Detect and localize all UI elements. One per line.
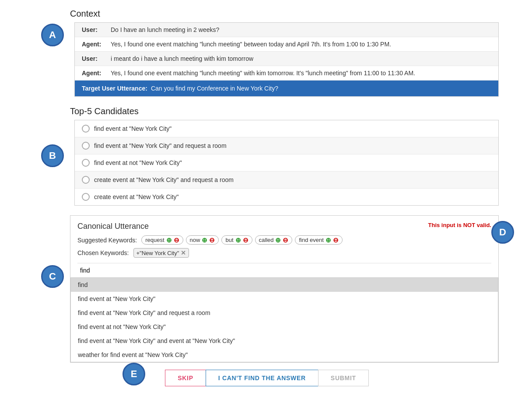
keyword-minus-request[interactable]: ⊖ xyxy=(174,237,179,243)
target-utterance-text: Can you find my Conference in New York C… xyxy=(151,85,278,92)
label-a: A xyxy=(41,24,64,46)
suggested-keywords-label: Suggested Keywords: xyxy=(77,237,137,244)
radio-3[interactable] xyxy=(82,159,90,167)
keyword-minus-find-event[interactable]: ⊖ xyxy=(333,237,339,243)
candidates-box: find event at "New York City" find event… xyxy=(74,120,499,206)
context-text-agent1: Yes, I found one event matching "lunch m… xyxy=(111,41,391,48)
keyword-word-called: called xyxy=(259,237,274,243)
radio-1[interactable] xyxy=(82,125,90,133)
suggested-keywords-row: Suggested Keywords: request ⊕ ⊖ now ⊕ ⊖ … xyxy=(77,235,491,245)
keyword-word-now: now xyxy=(190,237,200,243)
keyword-plus-request[interactable]: ⊕ xyxy=(166,237,172,243)
context-role-user1: User: xyxy=(82,26,108,33)
chosen-chip-nyc: +"New York City" ✕ xyxy=(133,248,189,258)
context-text-agent2: Yes, I found one event matching "lunch m… xyxy=(111,70,415,77)
skip-button[interactable]: SKIP xyxy=(165,370,205,386)
chosen-chip-remove-nyc[interactable]: ✕ xyxy=(181,249,186,256)
context-row: User: Do I have an lunch meeting in 2 we… xyxy=(75,23,498,37)
canonical-dropdown: find find event at "New York City" find … xyxy=(70,277,498,362)
submit-button[interactable]: SUBMIT xyxy=(318,370,369,386)
radio-2[interactable] xyxy=(82,142,90,150)
candidate-row-1[interactable]: find event at "New York City" xyxy=(75,120,498,137)
radio-5[interactable] xyxy=(82,193,90,201)
context-section: Context User: Do I have an lunch meeting… xyxy=(70,9,499,97)
dropdown-item-6[interactable]: weather for find event at "New York City… xyxy=(71,348,498,362)
dropdown-item-1[interactable]: find xyxy=(71,278,498,292)
dropdown-item-3[interactable]: find event at "New York City" and reques… xyxy=(71,306,498,320)
keyword-word-request: request xyxy=(145,237,164,243)
keyword-word-find-event: find event xyxy=(299,237,323,243)
keyword-word-but: but xyxy=(225,237,233,243)
context-box: User: Do I have an lunch meeting in 2 we… xyxy=(74,22,499,97)
target-utterance-label: Target User Utterance: xyxy=(82,85,147,92)
candidate-text-2: find event at "New York City" and reques… xyxy=(94,142,227,149)
radio-4[interactable] xyxy=(82,176,90,184)
keyword-minus-now[interactable]: ⊖ xyxy=(209,237,215,243)
context-text-user1: Do I have an lunch meeting in 2 weeks? xyxy=(111,26,219,33)
context-row: Agent: Yes, I found one event matching "… xyxy=(75,66,498,80)
keyword-plus-called[interactable]: ⊕ xyxy=(275,237,281,243)
context-row: Agent: Yes, I found one event matching "… xyxy=(75,37,498,52)
label-e: E xyxy=(122,363,145,385)
candidate-row-3[interactable]: find event at not "New York City" xyxy=(75,154,498,172)
keyword-chip-called: called ⊕ ⊖ xyxy=(255,235,293,245)
context-title: Context xyxy=(70,9,499,19)
keyword-minus-called[interactable]: ⊖ xyxy=(283,237,288,243)
chosen-chip-text-nyc: +"New York City" xyxy=(136,250,179,256)
context-text-user2: i meant do i have a lunch meeting with k… xyxy=(111,55,253,62)
dropdown-item-4[interactable]: find event at not "New York City" xyxy=(71,320,498,334)
chosen-keywords-row: Chosen Keywords: +"New York City" ✕ xyxy=(77,248,491,258)
not-valid-message: This input is NOT valid. xyxy=(428,222,491,228)
keyword-plus-find-event[interactable]: ⊕ xyxy=(326,237,331,243)
dropdown-item-2[interactable]: find event at "New York City" xyxy=(71,292,498,306)
keyword-minus-but[interactable]: ⊖ xyxy=(243,237,248,243)
context-row: User: i meant do i have a lunch meeting … xyxy=(75,52,498,66)
cant-find-button[interactable]: I CAN'T FIND THE ANSWER xyxy=(206,370,318,386)
canonical-input[interactable] xyxy=(77,263,491,277)
keyword-chip-find-event: find event ⊕ ⊖ xyxy=(295,235,342,245)
context-role-agent2: Agent: xyxy=(82,70,108,77)
keyword-chip-now: now ⊕ ⊖ xyxy=(186,235,219,245)
candidate-row-4[interactable]: create event at "New York City" and requ… xyxy=(75,172,498,189)
candidate-row-2[interactable]: find event at "New York City" and reques… xyxy=(75,137,498,154)
keyword-plus-but[interactable]: ⊕ xyxy=(235,237,241,243)
target-utterance-row: Target User Utterance: Can you find my C… xyxy=(75,80,498,96)
label-d: D xyxy=(491,221,514,244)
label-b: B xyxy=(41,144,64,167)
dropdown-item-5[interactable]: find event at "New York City" and event … xyxy=(71,334,498,348)
keyword-chip-request: request ⊕ ⊖ xyxy=(141,235,183,245)
keyword-plus-now[interactable]: ⊕ xyxy=(202,237,207,243)
bottom-section: E SKIP I CAN'T FIND THE ANSWER SUBMIT xyxy=(35,370,499,386)
candidate-row-5[interactable]: create event at "New York City" xyxy=(75,189,498,205)
context-role-agent1: Agent: xyxy=(82,41,108,48)
candidate-text-3: find event at not "New York City" xyxy=(94,159,182,166)
label-c: C xyxy=(41,265,64,288)
candidate-text-1: find event at "New York City" xyxy=(94,125,172,132)
canonical-section: Canonical Utterance D This input is NOT … xyxy=(70,215,499,363)
chosen-keywords-label: Chosen Keywords: xyxy=(77,249,129,256)
context-role-user2: User: xyxy=(82,55,108,62)
candidates-title: Top-5 Candidates xyxy=(70,106,499,116)
candidate-text-5: create event at "New York City" xyxy=(94,193,179,200)
keyword-chip-but: but ⊕ ⊖ xyxy=(221,235,252,245)
candidate-text-4: create event at "New York City" and requ… xyxy=(94,176,234,183)
candidates-section: Top-5 Candidates find event at "New York… xyxy=(70,106,499,206)
